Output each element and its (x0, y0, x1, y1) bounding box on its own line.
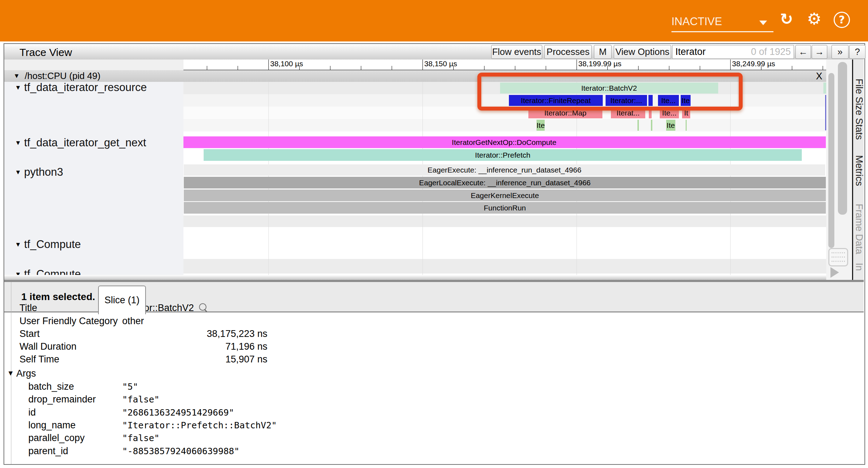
collapse-triangle-icon[interactable]: ▼ (13, 72, 20, 80)
detail-row-start: Start38,175,223 ns (4, 327, 854, 340)
trace-event[interactable] (648, 95, 653, 106)
trace-event[interactable]: Ite (537, 120, 545, 131)
track-row-tf_data_iterator_get_next[interactable]: ▼tf_data_iterator_get_next (4, 136, 146, 150)
toolbar-button-processes[interactable]: Processes (544, 45, 592, 59)
args-collapse-triangle-icon[interactable]: ▼ (7, 369, 14, 377)
detail-row-user-friendly-category: User Friendly Categoryother (4, 315, 854, 327)
arg-row-parallel_copy: parallel_copy"false" (4, 432, 854, 444)
ruler-tick-minor (546, 66, 546, 70)
detail-value: 38,175,223 ns (122, 328, 267, 339)
search-result-count: 0 of 1925 (751, 46, 794, 57)
detail-label: Title (19, 303, 37, 314)
trace-event[interactable] (649, 107, 652, 118)
detail-label: Self Time (19, 354, 59, 365)
trace-event[interactable]: EagerExecute: __inference_run_dataset_49… (184, 164, 825, 176)
search-nav-button-1[interactable]: → (812, 45, 827, 59)
tab-slice[interactable]: Slice (1) (98, 286, 146, 314)
ruler-corner (4, 60, 183, 70)
search-nav-button-2[interactable]: » (832, 45, 849, 59)
arg-key: id (28, 407, 36, 418)
trace-event[interactable]: Iterator::BatchV2 (500, 83, 718, 94)
trace-event[interactable]: Iterator::Prefetch (204, 149, 802, 161)
track-row-tf_Compute[interactable]: ▼tf_Compute (4, 237, 81, 252)
detail-label: Wall Duration (19, 341, 76, 352)
inner-vertical-scrollbar[interactable] (828, 73, 834, 248)
sidebar-tab-frame-data[interactable]: Frame Data (853, 204, 864, 254)
row-stripe (183, 107, 826, 119)
timeline-canvas[interactable]: Iterator::BatchV2Iterator::FiniteRepeatI… (183, 82, 826, 275)
detail-row-self-time: Self Time15,907 ns (4, 353, 854, 366)
help-icon[interactable]: ? (834, 12, 850, 28)
trace-event[interactable]: FunctionRun (184, 202, 826, 214)
arg-row-long_name: long_name"Iterator::Prefetch::BatchV2" (4, 419, 854, 432)
search-nav-button-3[interactable]: ? (849, 45, 866, 59)
trace-event[interactable]: Iterat... (611, 107, 645, 118)
arg-row-parent_id: parent_id"-8853857924060639988" (4, 445, 854, 457)
refresh-icon[interactable]: ↻ (778, 10, 795, 28)
arg-key: long_name (28, 420, 76, 431)
ruler-tick-major: 38,249.99 µs (730, 60, 775, 70)
trace-event[interactable]: Iterator::Map (528, 107, 602, 118)
trace-event[interactable]: IteratorGetNextOp::DoCompute (183, 136, 826, 148)
timeline-ruler: 38,100 µs38,150 µs38,199.99 µs38,249.99 … (183, 60, 826, 70)
arg-value: "Iterator::Prefetch::BatchV2" (122, 420, 277, 430)
trace-event[interactable]: It (682, 107, 690, 118)
track-label: tf_data_iterator_get_next (24, 136, 146, 149)
arg-row-id: id"2686136324951429669" (4, 406, 854, 419)
arg-row-batch_size: batch_size"5" (4, 380, 854, 393)
magnifier-icon[interactable] (199, 303, 206, 311)
track-row-tf_data_iterator_resource[interactable]: ▼tf_data_iterator_resource (4, 80, 147, 95)
ruler-tick-minor (638, 66, 639, 70)
ruler-tick-minor (392, 66, 392, 70)
row-stripe (183, 119, 826, 131)
detail-row-wall-duration: Wall Duration71,196 ns (4, 340, 854, 353)
toolbar-button-m[interactable]: M (594, 45, 612, 59)
arg-key: batch_size (28, 381, 74, 392)
sidebar-tab-file-size-stats[interactable]: File Size Stats (853, 79, 864, 140)
drag-handle[interactable] (828, 248, 848, 266)
trace-event[interactable]: Iterator:... (606, 95, 647, 106)
collapse-triangle-icon[interactable]: ▼ (15, 169, 24, 176)
detail-value: 71,196 ns (122, 341, 267, 352)
trace-event[interactable] (686, 120, 687, 131)
search-nav-button-0[interactable]: ← (795, 45, 811, 59)
track-row-python3[interactable]: ▼python3 (4, 165, 63, 179)
search-input[interactable]: Iterator 0 of 1925 (672, 45, 794, 59)
run-mode-dropdown[interactable]: INACTIVE (671, 12, 773, 32)
trace-event[interactable] (823, 83, 826, 94)
trace-event[interactable]: Ite... (658, 95, 679, 106)
arg-value: "2686136324951429669" (122, 407, 234, 418)
trace-event[interactable] (651, 120, 652, 131)
ruler-tick-minor (761, 66, 761, 70)
resize-triangle-icon[interactable] (830, 267, 839, 278)
trace-event[interactable]: Ite (681, 95, 691, 106)
arg-value: "false" (122, 433, 159, 443)
toolbar-button-view-options[interactable]: View Options (614, 45, 671, 59)
collapse-triangle-icon[interactable]: ▼ (15, 241, 24, 248)
outer-vertical-scrollbar[interactable] (838, 62, 847, 215)
arg-value: "false" (122, 394, 159, 405)
collapse-triangle-icon[interactable]: ▼ (15, 139, 24, 147)
trace-event[interactable] (637, 120, 639, 131)
close-process-button[interactable]: X (812, 71, 826, 81)
trace-event[interactable]: Iterator::FiniteRepeat (509, 95, 603, 106)
trace-event[interactable]: EagerKernelExecute (184, 190, 826, 201)
horizontal-scrollbar[interactable] (4, 275, 826, 280)
search-value: Iterator (673, 46, 751, 57)
chevron-down-icon (759, 21, 767, 25)
row-stripe (183, 215, 826, 227)
trace-event[interactable]: EagerLocalExecute: __inference_run_datas… (184, 177, 826, 188)
sidebar-tab-metrics[interactable]: Metrics (853, 155, 864, 186)
args-label: Args (16, 368, 36, 379)
ruler-tick-minor (823, 66, 823, 70)
arg-row-drop_remainder: drop_remainder"false" (4, 393, 854, 406)
ruler-tick-minor (238, 66, 238, 70)
trace-event[interactable]: Ite... (660, 107, 679, 118)
ruler-tick-minor (792, 66, 792, 70)
gear-icon[interactable]: ⚙ (805, 9, 823, 28)
sidebar-tab-in[interactable]: In (853, 263, 864, 271)
trace-event[interactable]: Ite (666, 120, 675, 131)
collapse-triangle-icon[interactable]: ▼ (15, 84, 24, 91)
toolbar-button-flow-events[interactable]: Flow events (491, 45, 542, 59)
ruler-tick-minor (207, 66, 207, 70)
